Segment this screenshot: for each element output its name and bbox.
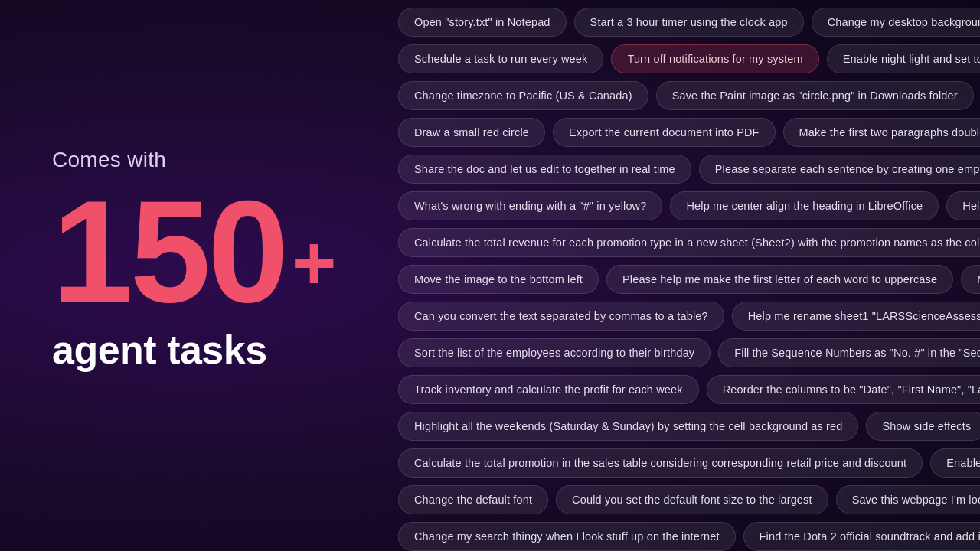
tag-1-2[interactable]: Enable night light and set to 7pm to 8am <box>827 44 980 73</box>
agent-tasks-label: agent tasks <box>52 327 398 373</box>
tag-row-8: Can you convert the text separated by co… <box>398 302 980 331</box>
tag-9-1[interactable]: Fill the Sequence Numbers as "No. #" in … <box>718 338 980 367</box>
tag-11-1[interactable]: Show side effects <box>866 412 980 441</box>
tag-7-2[interactable]: Make Times New Roman the default font <box>961 265 980 294</box>
tag-row-2: Change timezone to Pacific (US & Canada)… <box>398 81 980 110</box>
plus-sign: + <box>292 224 333 301</box>
tag-1-0[interactable]: Schedule a task to run every week <box>398 44 603 73</box>
tag-4-1[interactable]: Please separate each sentence by creatin… <box>699 155 980 184</box>
tag-0-0[interactable]: Open "story.txt" in Notepad <box>398 8 567 37</box>
tag-0-1[interactable]: Start a 3 hour timer using the clock app <box>574 8 804 37</box>
tag-3-1[interactable]: Export the current document into PDF <box>553 118 776 147</box>
tag-8-0[interactable]: Can you convert the text separated by co… <box>398 302 724 331</box>
comes-with-label: Comes with <box>52 148 398 172</box>
tag-row-0: Open "story.txt" in NotepadStart a 3 hou… <box>398 8 980 37</box>
left-panel: Comes with 150 + agent tasks <box>0 0 398 551</box>
tag-row-4: Share the doc and let us edit to togethe… <box>398 155 980 184</box>
tag-7-0[interactable]: Move the image to the bottom left <box>398 265 599 294</box>
tag-row-6: Calculate the total revenue for each pro… <box>398 228 980 257</box>
tag-0-2[interactable]: Change my desktop background to a solid … <box>812 8 980 37</box>
tag-4-0[interactable]: Share the doc and let us edit to togethe… <box>398 155 691 184</box>
tag-row-3: Draw a small red circleExport the curren… <box>398 118 980 147</box>
tag-13-2[interactable]: Save this webpage I'm looking at <box>836 485 980 514</box>
tag-5-2[interactable]: Help me change the 2 in "H2" to a subscr… <box>946 191 980 220</box>
tag-12-0[interactable]: Calculate the total promotion in the sal… <box>398 448 923 478</box>
tag-14-0[interactable]: Change my search thingy when I look stuf… <box>398 522 736 551</box>
tag-2-1[interactable]: Save the Paint image as "circle.png" in … <box>656 81 974 110</box>
tag-10-0[interactable]: Track inventory and calculate the profit… <box>398 375 699 404</box>
tag-row-11: Highlight all the weekends (Saturday & S… <box>398 412 980 441</box>
number-value: 150 <box>52 178 286 324</box>
tag-3-0[interactable]: Draw a small red circle <box>398 118 545 147</box>
tag-2-0[interactable]: Change timezone to Pacific (US & Canada) <box>398 81 648 110</box>
tag-6-0[interactable]: Calculate the total revenue for each pro… <box>398 228 980 257</box>
tag-7-1[interactable]: Please help me make the first letter of … <box>606 265 953 294</box>
tag-row-7: Move the image to the bottom leftPlease … <box>398 265 980 294</box>
tag-row-13: Change the default fontCould you set the… <box>398 485 980 514</box>
tag-1-1[interactable]: Turn off notifications for my system <box>611 44 818 73</box>
tag-13-0[interactable]: Change the default font <box>398 485 548 514</box>
tag-row-1: Schedule a task to run every weekTurn of… <box>398 44 980 73</box>
tag-3-2[interactable]: Make the first two paragraphs double lin… <box>783 118 980 147</box>
tag-14-1[interactable]: Find the Dota 2 official soundtrack and … <box>743 522 980 551</box>
tag-row-10: Track inventory and calculate the profit… <box>398 375 980 404</box>
tag-8-1[interactable]: Help me rename sheet1 "LARSScienceAssess… <box>732 302 980 331</box>
tag-row-5: What's wrong with ending with a "#" in y… <box>398 191 980 220</box>
tag-9-0[interactable]: Sort the list of the employees according… <box>398 338 710 367</box>
tag-5-0[interactable]: What's wrong with ending with a "#" in y… <box>398 191 662 220</box>
tag-10-1[interactable]: Reorder the columns to be "Date", "First… <box>707 375 980 404</box>
tag-13-1[interactable]: Could you set the default font size to t… <box>556 485 828 514</box>
tag-11-0[interactable]: Highlight all the weekends (Saturday & S… <box>398 412 858 441</box>
big-number: 150 + <box>52 178 398 324</box>
tag-row-14: Change my search thingy when I look stuf… <box>398 522 980 551</box>
tag-row-12: Calculate the total promotion in the sal… <box>398 448 980 478</box>
tag-12-1[interactable]: Enable the 'Do Not Track' feature in my … <box>930 448 980 478</box>
right-panel: Open "story.txt" in NotepadStart a 3 hou… <box>398 0 980 551</box>
tag-5-1[interactable]: Help me center align the heading in Libr… <box>670 191 939 220</box>
tag-row-9: Sort the list of the employees according… <box>398 338 980 367</box>
